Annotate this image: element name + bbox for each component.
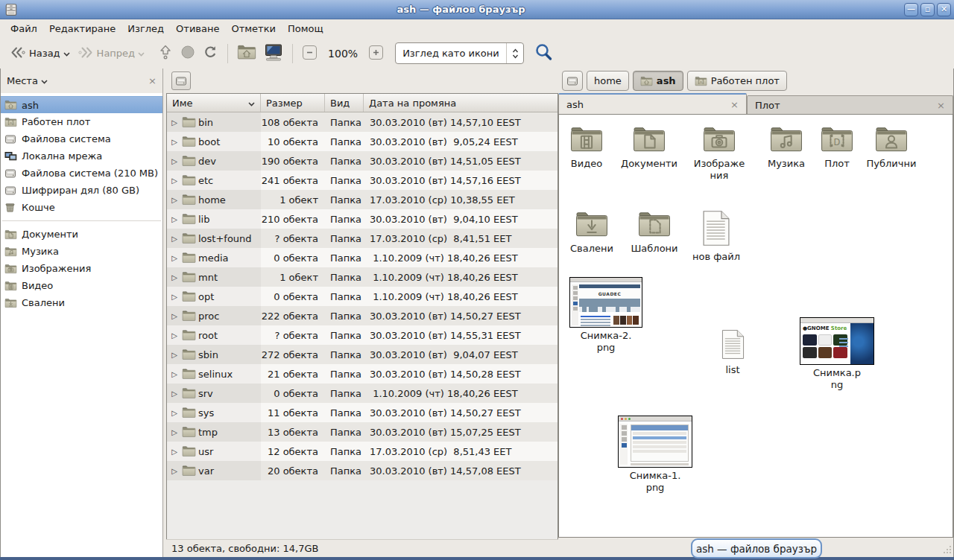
sidebar-item[interactable]: Изображения bbox=[1, 260, 162, 277]
up-button[interactable] bbox=[154, 41, 177, 66]
filesystem-root-button[interactable] bbox=[171, 71, 191, 90]
icon-view-item[interactable]: Свалени bbox=[558, 210, 628, 255]
sidebar-close-icon[interactable]: × bbox=[148, 75, 157, 86]
tab-close-icon[interactable]: × bbox=[730, 99, 739, 110]
table-row[interactable]: ▷srv0 обектаПапка 1.10.2009 (чт) 18,40,2… bbox=[167, 384, 557, 403]
reload-button[interactable] bbox=[199, 42, 222, 66]
table-row[interactable]: ▷bin108 обектаПапка30.03.2010 (вт) 14,57… bbox=[167, 112, 557, 132]
expander-icon[interactable]: ▷ bbox=[167, 138, 182, 146]
menu-item[interactable]: Изглед bbox=[121, 21, 170, 36]
places-selector[interactable]: Места bbox=[7, 75, 38, 86]
expander-icon[interactable]: ▷ bbox=[167, 467, 182, 475]
sidebar-item[interactable]: Кошче bbox=[1, 199, 162, 216]
sidebar-item[interactable]: Шифриран дял (80 GB) bbox=[1, 182, 162, 199]
expander-icon[interactable]: ▷ bbox=[167, 254, 182, 262]
expander-icon[interactable]: ▷ bbox=[167, 215, 182, 223]
breadcrumb-button[interactable]: home bbox=[587, 71, 629, 91]
expander-icon[interactable]: ▷ bbox=[167, 351, 182, 359]
sidebar-item[interactable]: Свалени bbox=[1, 294, 162, 311]
breadcrumb-button[interactable]: ash bbox=[633, 71, 683, 91]
expander-icon[interactable]: ▷ bbox=[167, 118, 182, 127]
back-dropdown-icon[interactable] bbox=[63, 48, 70, 59]
table-row[interactable]: ▷root? обектаПапка30.03.2010 (вт) 14,55,… bbox=[167, 325, 557, 345]
expander-icon[interactable]: ▷ bbox=[167, 176, 182, 185]
table-row[interactable]: ▷usr12 обектаПапка17.03.2010 (ср) 8,51,4… bbox=[167, 442, 557, 461]
expander-icon[interactable]: ▷ bbox=[167, 409, 182, 417]
zoom-out-button[interactable] bbox=[298, 42, 321, 66]
icon-view-item[interactable]: Публични bbox=[856, 125, 927, 170]
home-button[interactable] bbox=[233, 41, 260, 66]
sidebar-item[interactable]: Документи bbox=[1, 226, 162, 243]
table-row[interactable]: ▷opt0 обектаПапка 1.10.2009 (чт) 18,40,2… bbox=[167, 287, 557, 306]
menu-item[interactable]: Отметки bbox=[225, 21, 281, 36]
table-row[interactable]: ▷home1 обектПапка17.03.2010 (ср) 10,38,5… bbox=[167, 190, 557, 209]
table-row[interactable]: ▷selinux21 обектаПапка30.03.2010 (вт) 14… bbox=[167, 364, 557, 384]
icon-view-item[interactable]: GUADECСнимка-2.png bbox=[570, 277, 642, 354]
tab-Плот[interactable]: Плот× bbox=[747, 95, 953, 114]
minimize-button[interactable]: — bbox=[904, 3, 918, 16]
icon-view-item[interactable]: нов файл bbox=[680, 210, 752, 263]
table-row[interactable]: ▷dev190 обектаПапка30.03.2010 (вт) 14,51… bbox=[167, 151, 557, 171]
expander-icon[interactable]: ▷ bbox=[167, 235, 182, 243]
expander-icon[interactable]: ▷ bbox=[167, 331, 182, 340]
icon-view-item[interactable]: ●GNOME StoreСнимка.png bbox=[801, 317, 873, 392]
expander-icon[interactable]: ▷ bbox=[167, 312, 182, 320]
icon-view-item[interactable]: Снимка-1.png bbox=[619, 416, 691, 494]
breadcrumb-button[interactable] bbox=[562, 71, 583, 91]
view-mode-select[interactable]: Изглед като икони bbox=[395, 42, 524, 64]
resize-grip[interactable] bbox=[944, 544, 952, 556]
icon-view-item[interactable]: Шаблони bbox=[619, 210, 690, 255]
zoom-in-button[interactable] bbox=[364, 42, 388, 66]
icon-view-item[interactable]: list bbox=[697, 329, 768, 376]
table-row[interactable]: ▷boot10 обектаПапка30.03.2010 (вт) 9,05,… bbox=[167, 132, 557, 151]
table-row[interactable]: ▷var20 обектаПапка30.03.2010 (вт) 14,57,… bbox=[167, 461, 557, 480]
tab-close-icon[interactable]: × bbox=[937, 100, 945, 111]
expander-icon[interactable]: ▷ bbox=[167, 196, 182, 204]
tab-ash[interactable]: ash× bbox=[558, 93, 747, 114]
expander-icon[interactable]: ▷ bbox=[167, 157, 182, 165]
chevron-down-icon[interactable] bbox=[41, 75, 48, 86]
sidebar-item[interactable]: Локална мрежа bbox=[1, 147, 162, 165]
sidebar-item[interactable]: Файлова система (210 MB) bbox=[1, 165, 162, 182]
search-button[interactable] bbox=[533, 41, 555, 66]
icon-view-item[interactable]: Изображения bbox=[683, 125, 755, 182]
table-row[interactable]: ▷lib210 обектаПапка30.03.2010 (вт) 9,04,… bbox=[167, 209, 557, 229]
table-row[interactable]: ▷sbin272 обектаПапка30.03.2010 (вт) 9,04… bbox=[167, 345, 557, 364]
menu-item[interactable]: Редактиране bbox=[43, 21, 121, 36]
table-row[interactable]: ▷media0 обектаПапка 1.10.2009 (чт) 18,40… bbox=[167, 248, 557, 267]
icon-view-item[interactable]: Документи bbox=[613, 125, 685, 170]
maximize-button[interactable]: ▫ bbox=[920, 3, 935, 16]
sidebar-item[interactable]: DРаботен плот bbox=[1, 113, 162, 130]
table-row[interactable]: ▷etc241 обектаПапка30.03.2010 (вт) 14,57… bbox=[167, 171, 557, 190]
table-row[interactable]: ▷sys11 обектаПапка30.03.2010 (вт) 14,50,… bbox=[167, 403, 557, 422]
sidebar-item[interactable]: Видео bbox=[1, 277, 162, 294]
menu-item[interactable]: Отиване bbox=[170, 21, 225, 36]
computer-button[interactable] bbox=[260, 40, 287, 66]
forward-dropdown-icon[interactable] bbox=[138, 48, 145, 59]
column-header[interactable]: Вид bbox=[325, 94, 364, 112]
expander-icon[interactable]: ▷ bbox=[167, 370, 182, 378]
forward-button[interactable]: Напред bbox=[74, 43, 148, 64]
table-row[interactable]: ▷mnt1 обектПапка 1.10.2009 (чт) 18,40,26… bbox=[167, 267, 557, 287]
column-header[interactable]: Размер bbox=[261, 94, 325, 112]
menu-item[interactable]: Файл bbox=[4, 21, 43, 36]
column-header[interactable]: Дата на промяна bbox=[364, 94, 557, 112]
stop-button[interactable] bbox=[177, 42, 199, 65]
menu-item[interactable]: Помощ bbox=[282, 21, 329, 36]
expander-icon[interactable]: ▷ bbox=[167, 448, 182, 456]
back-button[interactable]: Назад bbox=[6, 43, 74, 64]
expander-icon[interactable]: ▷ bbox=[167, 428, 182, 436]
column-header[interactable]: Име bbox=[167, 94, 261, 112]
sidebar-item[interactable]: Файлова система bbox=[1, 130, 162, 147]
expander-icon[interactable]: ▷ bbox=[167, 273, 182, 281]
table-row[interactable]: ▷lost+found? обектаПапка17.03.2010 (ср) … bbox=[167, 229, 557, 248]
table-row[interactable]: ▷proc222 обектаПапка30.03.2010 (вт) 14,5… bbox=[167, 306, 557, 325]
breadcrumb-button[interactable]: DРаботен плот bbox=[687, 71, 787, 91]
taskbar-window-button[interactable]: ash — файлов браузър bbox=[691, 538, 822, 559]
table-row[interactable]: ▷tmp13 обектаПапка30.03.2010 (вт) 15,07,… bbox=[167, 422, 557, 442]
sidebar-item[interactable]: ash bbox=[1, 96, 162, 113]
close-button[interactable]: ✕ bbox=[937, 3, 951, 16]
expander-icon[interactable]: ▷ bbox=[167, 293, 182, 301]
sidebar-item[interactable]: Музика bbox=[1, 243, 162, 260]
expander-icon[interactable]: ▷ bbox=[167, 389, 182, 398]
